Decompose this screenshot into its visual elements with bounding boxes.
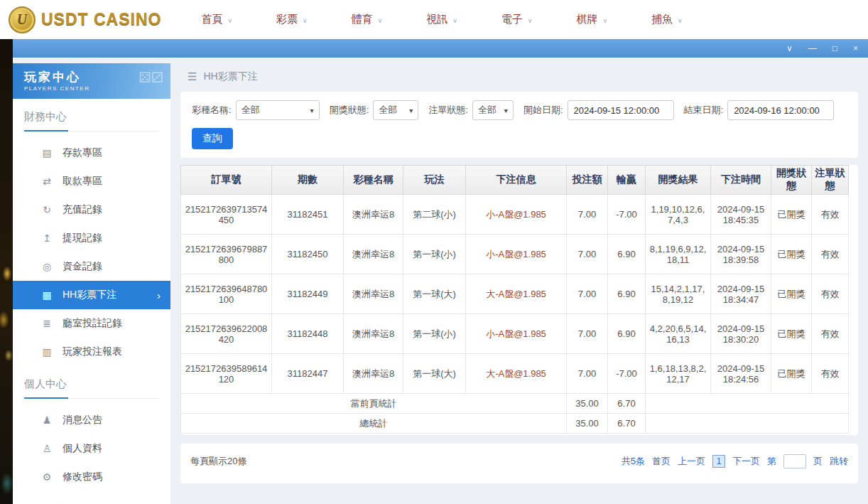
window-maximize-icon[interactable]: □ bbox=[832, 44, 837, 53]
chevron-down-icon: ∨ bbox=[528, 17, 533, 24]
bets-table-card: 訂單號 期數 彩種名稱 玩法 下注信息 投注額 輸贏 開獎結果 下注時間 開獎狀… bbox=[180, 165, 858, 435]
cell-order-no: 2152172639679887800 bbox=[181, 235, 272, 274]
nav-item-card-games[interactable]: 棋牌∨ bbox=[576, 13, 607, 26]
sidebar-item-label: 廳室投註記錄 bbox=[63, 317, 122, 330]
sidebar-item-player-bet-report[interactable]: ▥玩家投注報表 bbox=[13, 338, 170, 366]
col-order-no: 訂單號 bbox=[181, 166, 272, 195]
window-chevron-icon[interactable]: ∨ bbox=[786, 44, 793, 53]
cell-draw-result: 15,14,2,1,17,8,19,12 bbox=[646, 274, 711, 314]
page-summary-row: 當前頁統計 35.00 6.70 bbox=[181, 394, 849, 414]
sidebar-item-label: 取款專區 bbox=[63, 175, 102, 188]
sidebar-item-label: 消息公告 bbox=[63, 414, 102, 427]
cell-lottery: 澳洲幸运8 bbox=[344, 314, 403, 354]
draw-status-select[interactable]: 全部 ▾ bbox=[373, 100, 418, 120]
cell-period: 31182449 bbox=[272, 274, 344, 314]
sidebar-item-recharge-record[interactable]: ↻充值記錄 bbox=[13, 195, 170, 224]
window-minimize-icon[interactable]: — bbox=[808, 44, 817, 53]
lottery-name-value: 全部 bbox=[242, 104, 260, 117]
col-bet-time: 下注時間 bbox=[711, 166, 771, 195]
sidebar-item-withdraw[interactable]: ⇄取款專區 bbox=[13, 167, 170, 195]
sidebar-item-hh-lottery-bets[interactable]: ▦HH彩票下注› bbox=[13, 281, 170, 309]
hamburger-icon[interactable]: ☰ bbox=[188, 70, 197, 83]
total-summary-row: 總統計 35.00 6.70 bbox=[181, 414, 849, 434]
cell-draw-result: 4,2,20,6,5,14,16,13 bbox=[646, 314, 711, 354]
logo[interactable]: U USDT CASINO bbox=[0, 6, 161, 33]
page-jump-input[interactable] bbox=[783, 454, 806, 468]
nav-item-fishing[interactable]: 捕魚∨ bbox=[651, 13, 683, 26]
cell-period: 31182451 bbox=[272, 195, 344, 235]
next-page-link[interactable]: 下一页 bbox=[732, 455, 760, 468]
cell-order-status: 有效 bbox=[812, 274, 849, 314]
cell-bet-amount: 7.00 bbox=[567, 314, 608, 354]
usdt-coin-icon: U bbox=[9, 6, 36, 33]
jump-button[interactable]: 跳转 bbox=[830, 455, 848, 468]
nav-item-label: 捕魚 bbox=[651, 13, 673, 26]
profile-icon: ♙ bbox=[41, 443, 53, 454]
cell-draw-result: 1,6,18,13,8,2,12,17 bbox=[646, 354, 711, 394]
summary-bet-amount: 35.00 bbox=[567, 394, 608, 414]
sidebar-item-deposit[interactable]: ▤存款專區 bbox=[13, 139, 170, 167]
current-page-indicator[interactable]: 1 bbox=[712, 455, 725, 468]
nav-item-live-video[interactable]: 視訊∨ bbox=[426, 13, 457, 26]
end-date-input[interactable] bbox=[727, 100, 834, 120]
cell-bet-info: 小-A盤@1.985 bbox=[466, 195, 567, 235]
order-status-select[interactable]: 全部 ▾ bbox=[472, 100, 514, 120]
sidebar-item-funds-record[interactable]: ◎資金記錄 bbox=[13, 252, 170, 281]
nav-item-label: 視訊 bbox=[426, 13, 447, 26]
prev-page-link[interactable]: 上一页 bbox=[678, 455, 705, 468]
summary-win-loss: 6.70 bbox=[608, 394, 646, 414]
search-button[interactable]: 查詢 bbox=[192, 128, 233, 149]
cell-order-no: 2152172639713574450 bbox=[181, 195, 272, 235]
hall-records-icon: ≣ bbox=[41, 318, 53, 329]
cell-win-loss: 6.90 bbox=[608, 235, 646, 274]
nav-item-slots[interactable]: 電子∨ bbox=[501, 13, 533, 26]
draw-status-value: 全部 bbox=[379, 104, 397, 117]
end-date-label: 結束日期: bbox=[684, 104, 724, 117]
app-window: ∨ — □ × 玩家中心 PLAYERS CENTER ⚄⚂ 財務中心 ▤存款專… bbox=[13, 39, 868, 504]
lottery-name-label: 彩種名稱: bbox=[192, 104, 232, 117]
sidebar-item-hall-bet-records[interactable]: ≣廳室投註記錄 bbox=[13, 309, 170, 338]
nav-item-lottery[interactable]: 彩票∨ bbox=[276, 13, 308, 26]
cell-win-loss: -7.00 bbox=[608, 354, 646, 394]
cell-lottery: 澳洲幸运8 bbox=[344, 274, 403, 314]
cell-bet-info: 小-A盤@1.985 bbox=[466, 235, 567, 274]
cell-bet-info: 小-A盤@1.985 bbox=[466, 314, 567, 354]
window-close-icon[interactable]: × bbox=[853, 44, 858, 53]
start-date-input[interactable] bbox=[568, 100, 674, 120]
sidebar-item-label: 個人資料 bbox=[63, 442, 102, 455]
report-icon: ▥ bbox=[41, 346, 53, 358]
summary-label: 總統計 bbox=[181, 414, 567, 434]
table-row: 2152172639589614120 31182447 澳洲幸运8 第一球(大… bbox=[181, 354, 849, 394]
first-page-link[interactable]: 首页 bbox=[652, 455, 671, 468]
cell-draw-status: 已開獎 bbox=[771, 314, 812, 354]
cell-order-status: 有效 bbox=[812, 195, 849, 235]
start-date-label: 開始日期: bbox=[523, 104, 563, 117]
section-finance-center: 財務中心 bbox=[24, 110, 159, 132]
col-order-status: 注單狀態 bbox=[812, 166, 849, 195]
sidebar-header: 玩家中心 PLAYERS CENTER ⚄⚂ bbox=[13, 63, 170, 99]
sidebar-item-change-password[interactable]: ⚙修改密碼 bbox=[13, 463, 170, 491]
cell-bet-time: 2024-09-15 18:39:58 bbox=[711, 235, 771, 274]
nav-item-label: 體育 bbox=[352, 13, 373, 26]
summary-empty bbox=[646, 394, 849, 414]
cell-play: 第一球(小) bbox=[403, 235, 466, 274]
nav-item-home[interactable]: 首頁∨ bbox=[201, 13, 232, 26]
cell-bet-amount: 7.00 bbox=[567, 235, 608, 274]
sidebar-item-announcements[interactable]: ♟消息公告 bbox=[13, 406, 170, 434]
sidebar-item-cashout-record[interactable]: ↥提現記錄 bbox=[13, 224, 170, 252]
jump-prefix-text: 第 bbox=[767, 455, 776, 468]
cell-bet-time: 2024-09-15 18:45:35 bbox=[711, 195, 771, 235]
lottery-name-select[interactable]: 全部 ▾ bbox=[236, 100, 320, 120]
coin-letter: U bbox=[17, 11, 27, 28]
sidebar-item-label: 存款專區 bbox=[63, 146, 102, 159]
select-arrow-icon: ▾ bbox=[310, 107, 314, 114]
page-title: HH彩票下注 bbox=[203, 70, 257, 83]
cell-bet-info: 大-A盤@1.985 bbox=[466, 274, 567, 314]
sidebar-item-profile[interactable]: ♙個人資料 bbox=[13, 434, 170, 463]
cell-bet-info: 大-A盤@1.985 bbox=[466, 354, 567, 394]
nav-item-sports[interactable]: 體育∨ bbox=[352, 13, 383, 26]
top-nav-bar: U USDT CASINO 首頁∨ 彩票∨ 體育∨ 視訊∨ 電子∨ 棋牌∨ 捕魚… bbox=[0, 0, 868, 39]
cell-order-status: 有效 bbox=[812, 354, 849, 394]
cell-period: 31182450 bbox=[272, 235, 344, 274]
sidebar-item-label: 提現記錄 bbox=[63, 232, 102, 245]
